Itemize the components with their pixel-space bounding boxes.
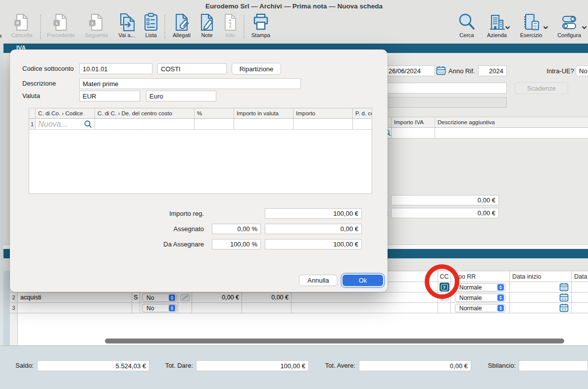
- importo-reg-field: 100,00 €: [265, 208, 362, 219]
- description-field[interactable]: [382, 83, 507, 94]
- rows-grid-col-tipo-rr: Tipo RR: [451, 271, 510, 282]
- anno-rif-field[interactable]: 2024: [478, 65, 507, 76]
- no-select[interactable]: No: [142, 304, 177, 312]
- slash-button[interactable]: [180, 294, 190, 301]
- intra-ue-label: Intra-UE?: [541, 67, 574, 75]
- iva-grid-cell[interactable]: [392, 128, 435, 138]
- toolbar-precedente-button: ‹ Precedente: [43, 12, 79, 42]
- da-assegnare-label: Da Assegnare: [129, 241, 204, 248]
- toolbar-label: Seguente: [85, 32, 108, 38]
- calendar-icon[interactable]: [559, 283, 569, 292]
- tipo-rr-select[interactable]: Normale: [455, 283, 505, 292]
- grid-col-importo-valuta: Importo in valuta: [234, 108, 294, 118]
- row-number: 3: [10, 303, 18, 313]
- importo-cell[interactable]: [242, 303, 292, 313]
- no-select[interactable]: No: [142, 293, 177, 302]
- select-stepper-icon: [497, 294, 504, 301]
- calendar-icon[interactable]: [559, 293, 569, 302]
- ripartizione-button[interactable]: Ripartizione: [232, 63, 281, 75]
- iva-grid-col-descrizione-aggiuntiva: Descrizione aggiuntiva: [435, 117, 588, 127]
- saldo-label: Saldo:: [13, 362, 34, 369]
- select-cell: No: [140, 292, 178, 302]
- importo-cell[interactable]: 0,00 €: [242, 292, 292, 302]
- next-document-icon: ›: [87, 12, 106, 32]
- annulla-button[interactable]: Annulla: [299, 275, 338, 286]
- toolbar-label: Precedente: [47, 32, 75, 38]
- grid-col-pdc: P. d. co: [353, 108, 372, 118]
- new-row-cell[interactable]: Nuova...: [36, 119, 95, 129]
- iva-grid-cell[interactable]: [435, 128, 588, 138]
- cc-cell[interactable]: [438, 303, 451, 313]
- iva-grid-col-importo-iva: Importo IVA: [392, 117, 435, 127]
- s-cell[interactable]: S: [132, 292, 140, 302]
- assegnato-label: Assegnato: [129, 225, 204, 233]
- tipo-rr-select[interactable]: Normale: [455, 293, 505, 302]
- importo-cell[interactable]: 0,00 €: [192, 292, 242, 302]
- chevron-down-icon[interactable]: [505, 23, 510, 32]
- toolbar-label: Info: [226, 32, 235, 38]
- grid-cell[interactable]: [95, 119, 195, 129]
- ripartizione-grid: C. di Co. › Codice C. di C. › De. del ce…: [29, 108, 372, 194]
- toolbar-stampa-button[interactable]: Stampa: [243, 12, 279, 42]
- select-stepper-icon: [169, 294, 175, 301]
- window-title: Eurodemo Srl — Archivi — Prima nota — Nu…: [0, 2, 588, 10]
- sbilancio-label: Sbilancio:: [485, 362, 516, 369]
- toolbar-label: Note: [201, 32, 212, 38]
- rows-grid-row-2: 2 acquisti S No 0,00 € 0,00 € Normale: [10, 292, 588, 303]
- ripartizione-dialog: Codice sottoconto 10.01.01 COSTI Riparti…: [10, 49, 388, 292]
- s-cell[interactable]: [132, 303, 140, 313]
- data-fine-cell[interactable]: [572, 292, 588, 302]
- grid-col-centro-costo: C. di C. › De. del centro costo: [95, 108, 195, 118]
- chevron-down-icon[interactable]: [543, 23, 548, 32]
- info-icon: [220, 12, 240, 32]
- codice-sottoconto-field[interactable]: 10.01.01: [79, 63, 152, 74]
- intra-ue-select[interactable]: No: [576, 65, 588, 76]
- wide-cell[interactable]: [292, 292, 438, 302]
- importo-reg-label: Importo reg.: [129, 210, 204, 217]
- valuta-code-field[interactable]: EUR: [79, 91, 140, 101]
- importo-cell[interactable]: [192, 303, 242, 313]
- ripartizione-grid-header: C. di Co. › Codice C. di C. › De. del ce…: [29, 108, 372, 119]
- slash-cell[interactable]: [178, 303, 192, 313]
- grid-corner: [29, 108, 36, 118]
- attachments-icon: [172, 12, 192, 32]
- toolbar-label: Cancella: [11, 32, 33, 38]
- data-fine-cell[interactable]: [572, 282, 588, 292]
- toolbar-label: Allegati: [173, 32, 191, 38]
- grid-cell[interactable]: [294, 119, 353, 129]
- descrizione-cell[interactable]: [18, 303, 132, 313]
- window-left-edge: [0, 44, 3, 389]
- tipo-rr-cell: Normale: [451, 282, 510, 292]
- sbilancio-field: [519, 360, 588, 371]
- tipo-rr-cell: Normale: [451, 303, 510, 313]
- amount-field-2[interactable]: 0,00 €: [391, 208, 499, 218]
- data-fine-cell[interactable]: [572, 303, 588, 313]
- list-clipboard-icon: [141, 12, 161, 32]
- ripartizione-grid-row-1: 1 Nuova...: [29, 119, 372, 130]
- ok-button[interactable]: Ok: [343, 275, 383, 286]
- fiscal-year-book-icon: [521, 12, 541, 32]
- calendar-icon[interactable]: [559, 303, 569, 312]
- slash-cell: [178, 292, 192, 302]
- tipo-rr-select[interactable]: Normale: [455, 304, 505, 312]
- toolbar: Eurodemo Srl — Archivi — Prima nota — Nu…: [0, 0, 588, 44]
- grid-cell[interactable]: [234, 119, 294, 129]
- new-row-placeholder: Nuova...: [38, 120, 68, 129]
- grid-col-percent: %: [195, 108, 234, 118]
- data-inizio-cell: [510, 292, 572, 302]
- descrizione-field[interactable]: Materi prime: [79, 78, 301, 89]
- chevron-down-icon[interactable]: [582, 23, 587, 32]
- horizontal-scrollbar-thumb[interactable]: [105, 339, 564, 343]
- conto-name-field[interactable]: COSTI: [157, 63, 227, 74]
- search-icon[interactable]: [84, 120, 92, 128]
- grid-cell[interactable]: [195, 119, 234, 129]
- delete-document-icon: ×: [12, 12, 32, 32]
- previous-document-icon: ‹: [51, 12, 71, 32]
- grid-cell[interactable]: [353, 119, 372, 129]
- date-field[interactable]: 26/06/2024: [382, 65, 435, 76]
- amount-field-1[interactable]: 0,00 €: [391, 195, 499, 205]
- descrizione-cell[interactable]: acquisti: [18, 292, 132, 302]
- valuta-name-field[interactable]: Euro: [146, 91, 216, 101]
- wide-cell[interactable]: [292, 303, 438, 313]
- calendar-icon[interactable]: [436, 66, 446, 77]
